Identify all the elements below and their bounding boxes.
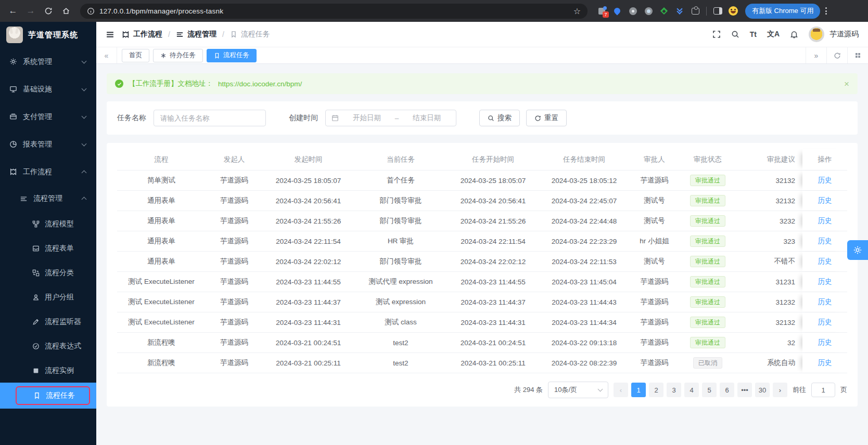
- logo-row: 芋道管理系统: [0, 22, 96, 48]
- browser-refresh-icon[interactable]: [42, 4, 55, 18]
- user-avatar[interactable]: [809, 27, 824, 42]
- profile-emoji-avatar[interactable]: [729, 6, 738, 16]
- sidebar-item-process-instance[interactable]: 流程实例: [0, 358, 96, 383]
- sidebar-item-payment[interactable]: 支付管理: [0, 103, 96, 130]
- cell-action: 历史: [802, 272, 847, 292]
- pager-page-5[interactable]: 5: [702, 383, 717, 397]
- extension-balloon-icon[interactable]: [612, 6, 622, 16]
- extension-dot-icon[interactable]: [644, 6, 653, 16]
- tab-home[interactable]: 首页: [122, 49, 149, 62]
- alert-doc-link[interactable]: https://doc.iocoder.cn/bpm/: [218, 80, 302, 88]
- sidebar-item-process-task[interactable]: 流程任务: [0, 383, 96, 409]
- username[interactable]: 芋道源码: [829, 30, 859, 39]
- locale-icon[interactable]: 文A: [767, 30, 780, 39]
- bookmark-star-icon[interactable]: ☆: [573, 6, 581, 16]
- sidebar-item-system[interactable]: 系统管理: [0, 48, 96, 75]
- cell-status: 审批通过: [679, 175, 736, 186]
- history-link[interactable]: 历史: [818, 297, 832, 307]
- sidebar-item-report[interactable]: 报表管理: [0, 130, 96, 158]
- site-info-icon[interactable]: [87, 7, 95, 15]
- sidebar-item-process-expression[interactable]: 流程表达式: [0, 334, 96, 358]
- table-row: 通用表单芋道源码2024-03-24 20:56:41部门领导审批2024-03…: [117, 191, 847, 211]
- history-link[interactable]: 历史: [818, 277, 832, 286]
- hamburger-icon[interactable]: [106, 30, 114, 39]
- breadcrumb-separator: /: [222, 30, 224, 38]
- cell-process: 通用表单: [117, 216, 206, 226]
- cell-current-task: test2: [354, 359, 448, 367]
- extension-chevrons-icon[interactable]: [675, 6, 684, 16]
- pager-page-3[interactable]: 3: [667, 383, 681, 397]
- pager-page-4[interactable]: 4: [684, 383, 699, 397]
- end-date-placeholder[interactable]: 结束日期: [403, 113, 450, 123]
- chrome-update-button[interactable]: 有新版 Chrome 可用: [745, 4, 820, 19]
- date-range-input[interactable]: 开始日期 – 结束日期: [325, 110, 456, 126]
- pager-next-icon[interactable]: ›: [773, 383, 787, 397]
- pager-page-6[interactable]: 6: [720, 383, 734, 397]
- pager-prev-icon[interactable]: ‹: [614, 383, 628, 397]
- url-bar[interactable]: 127.0.0.1/bpm/manager/process-tasnk ☆: [80, 4, 588, 19]
- browser-forward-icon[interactable]: →: [24, 4, 37, 18]
- browser-menu-icon[interactable]: [825, 7, 827, 15]
- tabs-layout-icon[interactable]: [847, 47, 868, 63]
- fullscreen-icon[interactable]: [712, 30, 721, 38]
- start-date-placeholder[interactable]: 开始日期: [343, 113, 390, 123]
- table-header-row: 流程发起人发起时间当前任务任务开始时间任务结束时间审批人审批状态审批建议操作: [117, 149, 847, 171]
- history-link[interactable]: 历史: [818, 318, 832, 327]
- history-link[interactable]: 历史: [818, 176, 832, 185]
- breadcrumb-workflow[interactable]: 工作流程: [122, 30, 162, 39]
- sidebar-item-label: 流程表达式: [45, 342, 81, 351]
- pager-page-2[interactable]: 2: [649, 383, 663, 397]
- browser-home-icon[interactable]: [59, 4, 73, 18]
- sidebar-item-workflow[interactable]: 工作流程: [0, 158, 96, 186]
- sidebar-item-process-category[interactable]: 流程分类: [0, 260, 96, 285]
- history-link[interactable]: 历史: [818, 216, 832, 226]
- side-panel-icon[interactable]: [713, 6, 722, 16]
- search-button[interactable]: 搜索: [479, 110, 520, 126]
- history-link[interactable]: 历史: [818, 196, 832, 205]
- sidebar-item-label: 流程监听器: [45, 317, 81, 326]
- bell-icon[interactable]: [790, 30, 798, 38]
- history-link[interactable]: 历史: [818, 338, 832, 347]
- sidebar-item-user-group[interactable]: 用户分组: [0, 285, 96, 309]
- tabs-scroll-left-icon[interactable]: «: [96, 47, 117, 63]
- sidebar-item-process-manage[interactable]: 流程管理: [0, 186, 96, 212]
- cell-start-time: 2024-03-21 00:25:11: [263, 359, 354, 367]
- reset-button[interactable]: 重置: [526, 110, 567, 126]
- task-name-input[interactable]: [154, 110, 266, 126]
- url-text[interactable]: 127.0.0.1/bpm/manager/process-tasnk: [99, 7, 569, 15]
- cell-status: 审批通过: [679, 215, 736, 227]
- tabs-scroll-right-icon[interactable]: »: [806, 47, 826, 63]
- sidebar-item-infra[interactable]: 基础设施: [0, 75, 96, 103]
- cell-task-start-time: 2024-03-23 11:44:55: [448, 278, 539, 286]
- cell-current-task: 部门领导审批: [354, 257, 448, 266]
- history-link[interactable]: 历史: [818, 358, 832, 368]
- tab-process-task[interactable]: 流程任务: [207, 49, 257, 62]
- square-icon: [32, 367, 40, 374]
- browser-chrome: ← → 127.0.0.1/bpm/manager/process-tasnk …: [0, 0, 868, 22]
- tab-todo-task[interactable]: 待办任务: [153, 49, 203, 62]
- close-icon[interactable]: ×: [844, 80, 849, 88]
- page-size-select[interactable]: 10条/页: [548, 382, 608, 398]
- sidebar-item-process-form[interactable]: 流程表单: [0, 236, 96, 260]
- browser-back-icon[interactable]: ←: [6, 4, 20, 18]
- font-size-icon[interactable]: Tt: [750, 30, 757, 38]
- cell-approver: 芋道源码: [630, 338, 679, 347]
- breadcrumb-process-manage[interactable]: 流程管理: [176, 30, 216, 39]
- goto-page-input[interactable]: [811, 383, 835, 397]
- history-link[interactable]: 历史: [818, 257, 832, 266]
- theme-settings-button[interactable]: [847, 240, 868, 260]
- extension-grid-icon[interactable]: 7: [597, 6, 606, 16]
- search-icon[interactable]: [731, 30, 739, 38]
- extension-circle-icon[interactable]: [628, 6, 637, 16]
- sidebar-item-process-listener[interactable]: 流程监听器: [0, 309, 96, 334]
- sidebar-item-process-model[interactable]: 流程模型: [0, 212, 96, 236]
- history-link[interactable]: 历史: [818, 237, 832, 246]
- cell-process: 测试 ExecuteListener: [117, 318, 206, 327]
- tabs-refresh-icon[interactable]: [826, 47, 847, 63]
- extension-pinwheel-icon[interactable]: [659, 6, 669, 16]
- pager-page-30[interactable]: 30: [755, 383, 770, 397]
- extensions-puzzle-icon[interactable]: [691, 6, 700, 16]
- sidebar-item-label: 流程任务: [46, 391, 75, 400]
- pager-more-icon[interactable]: •••: [737, 383, 752, 397]
- pager-page-1[interactable]: 1: [631, 383, 646, 397]
